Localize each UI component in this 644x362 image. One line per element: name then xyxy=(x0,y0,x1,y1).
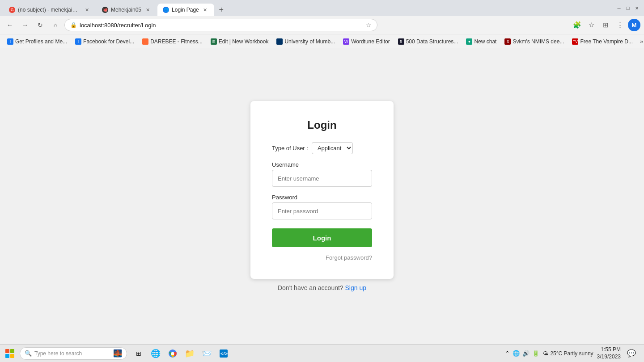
gmail-favicon: G xyxy=(9,7,15,13)
taskbar-app-task-view[interactable]: ⊞ xyxy=(131,345,147,362)
taskbar-search[interactable]: 🔍 Type here to search 🌉 xyxy=(20,347,127,360)
windows-icon xyxy=(5,349,14,358)
home-button[interactable]: ⌂ xyxy=(49,19,62,31)
login-button[interactable]: Login xyxy=(272,228,372,247)
taskbar-app-notifications[interactable]: 📨 xyxy=(199,345,215,362)
user-type-select[interactable]: Applicant Recruiter xyxy=(312,142,353,154)
user-type-row: Type of User : Applicant Recruiter xyxy=(272,142,372,154)
bookmark-label-4: Edit | New Workbook xyxy=(219,38,269,45)
bookmark-tv[interactable]: TV Free The Vampire D... xyxy=(568,37,636,46)
username-label: Username xyxy=(272,161,372,168)
bookmark-label-1: Get Profiles and Me... xyxy=(15,38,67,45)
tab-gmail-close[interactable]: ✕ xyxy=(83,6,90,13)
restore-button[interactable] xyxy=(624,4,631,12)
bookmark-new-chat[interactable]: ● New chat xyxy=(462,37,500,46)
github-favicon: 🐙 xyxy=(102,7,108,13)
bookmark-icon-8: ● xyxy=(466,38,472,45)
notifications-button[interactable]: 💬 xyxy=(624,346,639,361)
tray-icon-volume[interactable]: 🔊 xyxy=(522,350,530,357)
login-card: Login Type of User : Applicant Recruiter… xyxy=(250,101,394,279)
bookmark-svkm[interactable]: S Svkm's NMIMS dee... xyxy=(501,37,568,46)
bookmark-label-5: University of Mumb... xyxy=(284,38,335,45)
svg-point-2 xyxy=(171,352,174,355)
minimize-button[interactable] xyxy=(615,4,623,12)
tray-icon-battery[interactable]: 🔋 xyxy=(532,350,539,357)
weather-text: 25°C Partly sunny xyxy=(550,350,593,357)
user-type-label: Type of User : xyxy=(272,145,308,152)
username-input[interactable] xyxy=(272,170,372,187)
title-bar: G (no subject) - mehekjain28@gm... ✕ 🐙 M… xyxy=(0,0,644,16)
taskbar-app-files[interactable]: 📁 xyxy=(182,345,198,362)
tab-gmail-title: (no subject) - mehekjain28@gm... xyxy=(18,7,80,13)
taskbar-app-chrome[interactable] xyxy=(165,345,181,362)
taskbar-apps: ⊞ 🌐 📁 📨 </> xyxy=(131,345,232,362)
reload-button[interactable]: ↻ xyxy=(34,19,47,31)
bookmark-icon-9: S xyxy=(504,38,511,45)
clock-date: 3/19/2023 xyxy=(597,354,621,361)
more-bookmarks-button[interactable]: » xyxy=(637,37,644,46)
password-group: Password xyxy=(272,194,372,219)
no-account-text: Don't have an account? xyxy=(278,284,343,291)
bookmark-icon-1: f xyxy=(7,38,13,45)
star-icon[interactable]: ☆ xyxy=(366,21,372,29)
profile-button[interactable]: M xyxy=(628,19,640,31)
bookmark-icon-2: f xyxy=(75,38,81,45)
signup-link[interactable]: Sign up xyxy=(345,284,366,291)
clock-widget[interactable]: 1:55 PM 3/19/2023 xyxy=(597,346,621,360)
bookmark-icon-5 xyxy=(276,38,283,45)
new-tab-button[interactable]: + xyxy=(215,4,228,16)
bookmark-facebook-devel[interactable]: f Facebook for Devel... xyxy=(72,37,138,46)
bookmark-500-data[interactable]: 5 500 Data Structures... xyxy=(394,37,462,46)
taskbar-app-vscode[interactable]: </> xyxy=(216,345,232,362)
close-window-button[interactable] xyxy=(633,4,640,12)
address-input[interactable]: 🔒 localhost:8080/recruiter/Login ☆ xyxy=(64,19,377,31)
bookmark-edit-workbook[interactable]: E Edit | New Workbook xyxy=(207,37,272,46)
new-tab-toolbar-button[interactable]: ⊞ xyxy=(599,19,612,31)
window-controls xyxy=(615,4,640,12)
bookmark-label-3: DAREBEE - Fitness... xyxy=(150,38,203,45)
bookmark-darebee[interactable]: DAREBEE - Fitness... xyxy=(139,37,206,46)
tray-icon-up[interactable]: ⌃ xyxy=(505,350,510,357)
tab-github[interactable]: 🐙 Mehekjain05 ✕ xyxy=(97,4,157,16)
bookmark-label-7: 500 Data Structures... xyxy=(406,38,458,45)
tab-gmail[interactable]: G (no subject) - mehekjain28@gm... ✕ xyxy=(4,4,96,16)
tab-strip: G (no subject) - mehekjain28@gm... ✕ 🐙 M… xyxy=(4,0,610,16)
bookmark-wordtune[interactable]: W Wordtune Editor xyxy=(339,37,394,46)
bookmark-get-profiles[interactable]: f Get Profiles and Me... xyxy=(4,37,71,46)
lock-icon: 🔒 xyxy=(70,22,77,28)
tray-icon-network[interactable]: 🌐 xyxy=(513,350,520,357)
extensions-button[interactable]: 🧩 xyxy=(571,19,583,31)
bookmark-label-10: Free The Vampire D... xyxy=(580,38,633,45)
menu-button[interactable]: ⋮ xyxy=(614,19,626,31)
taskbar: 🔍 Type here to search 🌉 ⊞ 🌐 📁 📨 </> xyxy=(0,344,644,362)
back-button[interactable]: ← xyxy=(4,19,16,31)
svg-text:</>: </> xyxy=(220,351,228,356)
taskbar-right: ⌃ 🌐 🔊 🔋 🌤 25°C Partly sunny 1:55 PM 3/19… xyxy=(505,346,642,361)
taskbar-app-edge[interactable]: 🌐 xyxy=(148,345,164,362)
forward-button[interactable]: → xyxy=(19,19,31,31)
tab-loginpage-title: Login Page xyxy=(172,7,199,13)
bookmark-university[interactable]: University of Mumb... xyxy=(273,37,339,46)
taskbar-search-image: 🌉 xyxy=(113,349,122,358)
bookmark-icon-3 xyxy=(142,38,148,45)
page-content: Login Type of User : Applicant Recruiter… xyxy=(0,48,644,344)
weather-widget: 🌤 25°C Partly sunny xyxy=(543,350,593,357)
bookmark-icon-10: TV xyxy=(572,38,578,45)
bookmark-label-9: Svkm's NMIMS dee... xyxy=(513,38,564,45)
forgot-password-link[interactable]: Forgot password? xyxy=(272,254,372,261)
bookmark-label-6: Wordtune Editor xyxy=(351,38,390,45)
username-group: Username xyxy=(272,161,372,187)
tab-github-close[interactable]: ✕ xyxy=(144,6,151,13)
weather-icon: 🌤 xyxy=(543,350,548,357)
search-icon: 🔍 xyxy=(25,350,32,357)
bookmark-button[interactable]: ☆ xyxy=(585,19,597,31)
tab-loginpage-close[interactable]: ✕ xyxy=(202,6,209,13)
bookmark-icon-4: E xyxy=(211,38,217,45)
system-tray-icons: ⌃ 🌐 🔊 🔋 xyxy=(505,350,539,357)
signup-row: Don't have an account? Sign up xyxy=(278,284,366,291)
start-button[interactable] xyxy=(2,345,18,362)
loginpage-favicon: 🌐 xyxy=(163,7,169,13)
password-input[interactable] xyxy=(272,202,372,219)
address-bar: ← → ↻ ⌂ 🔒 localhost:8080/recruiter/Login… xyxy=(0,16,644,34)
tab-loginpage[interactable]: 🌐 Login Page ✕ xyxy=(157,4,214,16)
